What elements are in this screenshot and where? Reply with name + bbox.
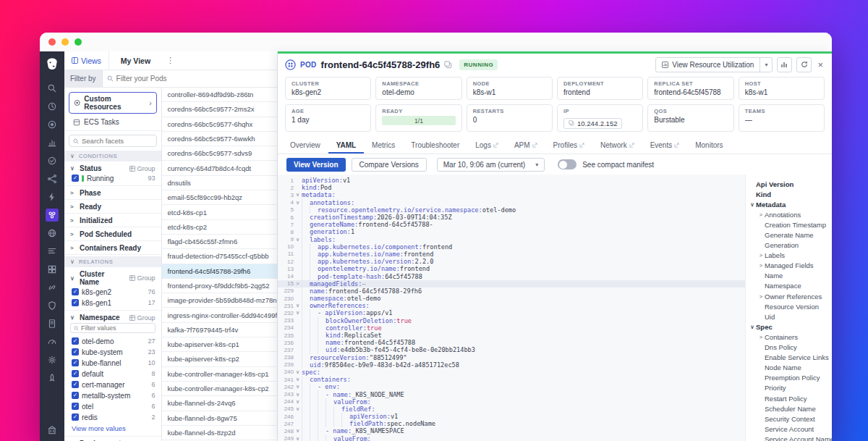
outline-item-preemption-policy[interactable]: Preemption Policy [746,373,832,383]
pod-list-item[interactable]: ingress-nginx-controller-6dd94c499f-n9lh… [162,308,277,322]
tab-network[interactable]: Network [592,138,642,154]
pod-list-item[interactable]: kube-flannel-ds-24vq6 [162,396,277,411]
fold-open-icon[interactable]: ∨ [294,303,302,308]
history-icon[interactable] [46,100,59,113]
outline-item-priority[interactable]: Priority [746,383,832,393]
pod-list-item[interactable]: currency-654d7b8dc4-fcqdt [162,161,277,175]
checkbox-checked[interactable]: ✓ [72,403,79,410]
network-icon[interactable] [46,245,59,258]
pod-list-item[interactable]: kube-apiserver-k8s-cp2 [162,352,277,366]
tab-apm[interactable]: APM [506,138,545,154]
events-icon[interactable] [46,190,59,203]
metrics-icon[interactable] [46,136,59,149]
outline-item-managed-fields[interactable]: >Managed Fields [746,261,832,271]
pod-list-item[interactable]: coredns-66bc5c9577-6hqhx [162,117,277,132]
facet-value-row[interactable]: ✓otel6 [70,400,156,411]
pod-list-item[interactable]: controller-8694df9d9b-z86tn [162,88,277,102]
chevron-right-icon[interactable]: > [757,334,765,340]
facet-group-header[interactable]: ∨RELATIONS [64,256,161,267]
view-version-button[interactable]: View Version [286,158,346,172]
minimize-window-button[interactable] [61,38,69,46]
watchdog-icon[interactable] [46,118,59,131]
fold-open-icon[interactable]: ∨ [294,192,302,198]
facet-value-row[interactable]: ✓default8 [70,368,156,379]
outline-item-service-account-name[interactable]: Service Account Name [746,434,832,441]
security-icon[interactable] [46,299,59,312]
tab-monitors[interactable]: Monitors [687,138,731,154]
search-icon[interactable] [46,82,59,95]
facet-header[interactable]: ∨Cluster NameGroup [70,270,156,286]
organization-icon[interactable] [46,424,59,437]
tab-my-view[interactable]: My View [109,51,162,70]
views-button[interactable]: Views [64,51,109,70]
fold-open-icon[interactable]: ∨ [294,384,302,390]
processes-icon[interactable] [46,263,59,276]
view-resource-utilization-button[interactable]: View Resource Utilization ▾ [655,57,773,72]
facet-value-row[interactable]: ✓Running93 [70,172,156,183]
outline-item-security-context[interactable]: Security Context [746,413,832,424]
notebooks-icon[interactable] [46,317,59,330]
fold-open-icon[interactable]: ∨ [294,399,302,405]
chevron-right-icon[interactable]: > [757,252,765,259]
fold-closed-icon[interactable]: > [294,281,302,286]
settings-icon[interactable] [46,353,59,366]
facet-value-row[interactable]: ✓k8s-gen117 [70,297,156,308]
facet-header[interactable]: ∨StatusGroup [70,164,156,172]
ci-icon[interactable] [46,371,59,385]
outline-item-creation-timestamp[interactable]: Creation Timestamp [746,219,832,230]
facet-header[interactable]: ∨NamespaceGroup [70,314,156,322]
serverless-icon[interactable] [46,227,59,240]
facet-value-row[interactable]: ✓k8s-gen276 [70,286,156,297]
tab-events[interactable]: Events [642,138,688,154]
fold-open-icon[interactable]: ∨ [294,436,302,441]
outline-item-containers[interactable]: >Containers [746,332,832,342]
tab-troubleshooter[interactable]: Troubleshooter [403,138,467,154]
facet-values-filter-input[interactable] [81,324,142,332]
close-window-button[interactable] [48,38,56,46]
tab-metrics[interactable]: Metrics [364,138,403,154]
outline-item-uid[interactable]: Uid [746,311,832,322]
outline-item-spec[interactable]: ∨Spec [746,322,832,332]
facet-value-row[interactable]: ✓redis2 [70,411,156,422]
refresh-button[interactable] [796,57,812,72]
checkbox-checked[interactable]: ✓ [72,381,79,388]
chevron-down-icon[interactable]: ▾ [760,58,772,72]
outline-item-labels[interactable]: >Labels [746,251,832,261]
chevron-down-icon[interactable]: ∨ [749,324,756,330]
tab-yaml[interactable]: YAML [328,138,364,154]
facet-header[interactable]: >Phase [70,189,156,197]
tab-logs[interactable]: Logs [467,138,506,154]
pod-list-item[interactable]: kube-controller-manager-k8s-cp2 [162,382,277,396]
group-toggle[interactable]: Group [129,165,156,172]
facet-group-header[interactable]: ∨CONDITIONS [64,151,161,161]
outline-item-kind[interactable]: Kind [746,189,832,199]
checkbox-checked[interactable]: ✓ [72,348,79,356]
kebab-menu-icon[interactable]: ⋮ [162,56,179,65]
fold-open-icon[interactable]: ∨ [294,377,302,382]
pod-list-item[interactable]: kube-flannel-ds-8gw75 [162,411,277,426]
chevron-right-icon[interactable]: > [757,211,765,218]
checkbox-checked[interactable]: ✓ [72,299,79,306]
pod-list-item[interactable]: flagd-cb456c55f-zfmn6 [162,235,277,249]
facet-value-row[interactable]: ✓metallb-system6 [70,390,156,400]
sidebar-item-ecs-tasks[interactable]: ECS Tasks [64,116,161,131]
sidebar-item-custom-resources[interactable]: Custom Resources › [69,92,157,114]
tab-profiles[interactable]: Profiles [545,138,592,154]
pod-list-item[interactable]: coredns-66bc5c9577-6wwkh [162,132,277,146]
outline-item-generate-name[interactable]: Generate Name [746,230,832,240]
fold-open-icon[interactable]: ∨ [294,310,302,316]
apm-icon[interactable] [46,172,59,185]
fold-open-icon[interactable]: ∨ [294,237,302,243]
integrations-icon[interactable] [46,281,59,294]
compact-manifest-toggle[interactable] [558,159,576,169]
outline-item-metadata[interactable]: ∨Metadata [746,199,832,209]
pod-list-item[interactable]: kafka-7f76979445-trf4v [162,323,277,337]
maximize-window-button[interactable] [75,38,82,46]
fold-open-icon[interactable]: ∨ [294,369,302,375]
outline-item-enable-service-links[interactable]: Enable Service Links [746,353,832,363]
fold-open-icon[interactable]: ∨ [294,428,302,434]
pod-list-item[interactable]: coredns-66bc5c9577-sdvs9 [162,146,277,161]
facet-header[interactable]: >Containers Ready [70,244,156,252]
close-icon[interactable]: × [816,59,825,70]
fold-open-icon[interactable]: ∨ [294,406,302,412]
